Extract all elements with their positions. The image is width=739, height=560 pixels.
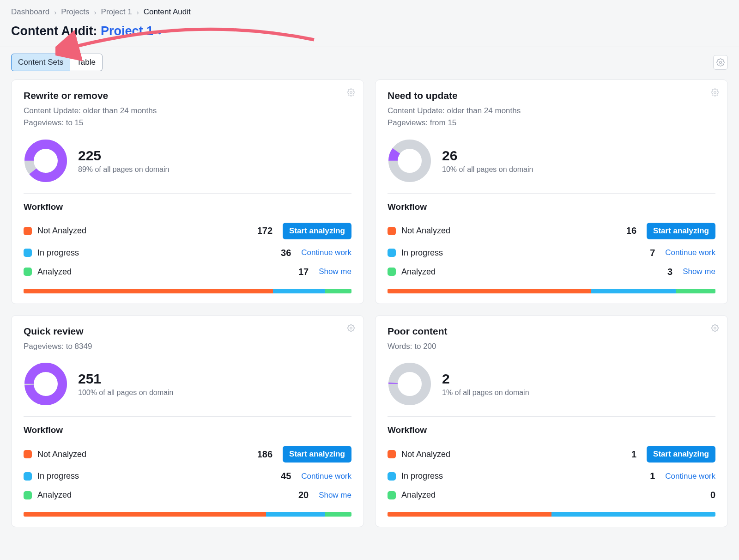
start-analyzing-button[interactable]: Start analyzing xyxy=(647,446,715,463)
svg-point-9 xyxy=(29,367,62,401)
card-subtitle-1: Content Update: older than 24 months xyxy=(24,105,351,117)
page-settings-button[interactable] xyxy=(713,55,728,70)
card-subtitle-1: Content Update: older than 24 months xyxy=(388,105,715,117)
workflow-label: In progress xyxy=(37,471,79,481)
gear-icon xyxy=(347,324,355,332)
workflow-label: Not Analyzed xyxy=(37,450,86,459)
donut-chart xyxy=(24,139,68,183)
card-subtitle-1: Pageviews: to 8349 xyxy=(24,341,351,353)
breadcrumb-dashboard[interactable]: Dashboard xyxy=(11,7,49,17)
workflow-row-analyzed: Analyzed 17 Show me xyxy=(24,262,351,281)
workflow-heading: Workflow xyxy=(388,202,715,212)
continue-work-link[interactable]: Continue work xyxy=(301,248,351,257)
card-percent-text: 89% of all pages on domain xyxy=(78,165,169,174)
bar-segment-not-analyzed xyxy=(24,512,266,517)
svg-point-3 xyxy=(29,144,62,177)
bar-segment-in-progress xyxy=(591,289,676,293)
card-subtitle-2: Pageviews: from 15 xyxy=(388,117,715,129)
card-count: 225 xyxy=(78,148,169,164)
workflow-count: 186 xyxy=(254,449,273,460)
workflow-label: Analyzed xyxy=(401,490,436,500)
chevron-right-icon: › xyxy=(54,8,56,16)
svg-point-5 xyxy=(393,144,426,177)
chevron-down-icon[interactable]: ⌄ xyxy=(156,26,163,37)
breadcrumb-projects[interactable]: Projects xyxy=(61,7,89,17)
card-settings-button[interactable] xyxy=(711,88,719,98)
continue-work-link[interactable]: Continue work xyxy=(665,472,715,481)
card-subtitle-1: Words: to 200 xyxy=(388,341,715,353)
bar-segment-not-analyzed xyxy=(388,512,551,517)
workflow-label: Not Analyzed xyxy=(37,226,86,236)
content-set-card-need-update: Need to update Content Update: older tha… xyxy=(375,79,728,304)
start-analyzing-button[interactable]: Start analyzing xyxy=(283,446,351,463)
content-set-card-poor-content: Poor content Words: to 200 2 1% of all p… xyxy=(375,315,728,527)
tab-content-sets[interactable]: Content Sets xyxy=(11,54,70,71)
svg-point-11 xyxy=(393,367,426,401)
svg-point-7 xyxy=(350,327,352,329)
card-settings-button[interactable] xyxy=(347,324,355,334)
workflow-label: Not Analyzed xyxy=(401,450,450,459)
view-tabs: Content Sets Table xyxy=(11,54,103,71)
bar-segment-analyzed xyxy=(676,289,715,293)
workflow-row-in-progress: In progress 7 Continue work xyxy=(388,243,715,262)
card-title: Rewrite or remove xyxy=(24,90,351,101)
divider xyxy=(24,416,351,417)
status-dot-not-analyzed xyxy=(388,450,396,458)
card-percent-text: 10% of all pages on domain xyxy=(442,165,533,174)
workflow-count: 45 xyxy=(273,471,291,481)
donut-chart xyxy=(24,362,68,406)
chevron-right-icon: › xyxy=(137,8,139,16)
workflow-count: 20 xyxy=(290,490,309,500)
workflow-label: Analyzed xyxy=(401,267,436,277)
continue-work-link[interactable]: Continue work xyxy=(665,248,715,257)
workflow-label: Analyzed xyxy=(37,267,72,277)
status-dot-analyzed xyxy=(388,491,396,499)
content-set-card-rewrite: Rewrite or remove Content Update: older … xyxy=(11,79,364,304)
workflow-progress-bar xyxy=(388,512,715,517)
workflow-label: Analyzed xyxy=(37,490,72,500)
breadcrumb-current: Content Audit xyxy=(144,7,191,17)
start-analyzing-button[interactable]: Start analyzing xyxy=(647,223,715,239)
card-settings-button[interactable] xyxy=(711,324,719,334)
status-dot-analyzed xyxy=(388,268,396,276)
workflow-count: 1 xyxy=(636,471,655,481)
workflow-row-analyzed: Analyzed 0 xyxy=(388,486,715,505)
bar-segment-analyzed xyxy=(325,512,351,517)
show-me-link[interactable]: Show me xyxy=(319,491,351,500)
card-percent-text: 100% of all pages on domain xyxy=(78,389,173,397)
page-title: Content Audit: Project 1 xyxy=(11,24,153,38)
breadcrumb-project1[interactable]: Project 1 xyxy=(101,7,132,17)
card-percent-text: 1% of all pages on domain xyxy=(442,389,529,397)
bar-segment-in-progress xyxy=(551,512,715,517)
workflow-row-not-analyzed: Not Analyzed 16 Start analyzing xyxy=(388,219,715,243)
workflow-count: 172 xyxy=(254,225,273,236)
card-settings-button[interactable] xyxy=(347,88,355,98)
bar-segment-not-analyzed xyxy=(24,289,273,293)
start-analyzing-button[interactable]: Start analyzing xyxy=(283,223,351,239)
workflow-count: 7 xyxy=(636,248,655,258)
card-title: Need to update xyxy=(388,90,715,101)
workflow-row-not-analyzed: Not Analyzed 1 Start analyzing xyxy=(388,442,715,467)
bar-segment-in-progress xyxy=(266,512,325,517)
status-dot-analyzed xyxy=(24,491,32,499)
workflow-progress-bar xyxy=(388,289,715,293)
workflow-label: Not Analyzed xyxy=(401,226,450,236)
project-switcher[interactable]: Project 1 xyxy=(101,24,153,38)
show-me-link[interactable]: Show me xyxy=(683,267,715,276)
card-count: 251 xyxy=(78,371,173,387)
workflow-count: 36 xyxy=(273,248,291,258)
donut-chart xyxy=(388,362,432,406)
show-me-link[interactable]: Show me xyxy=(319,267,351,276)
page-title-prefix: Content Audit: xyxy=(11,24,101,38)
gear-icon xyxy=(711,324,719,332)
divider xyxy=(388,416,715,417)
tab-table[interactable]: Table xyxy=(70,54,103,71)
continue-work-link[interactable]: Continue work xyxy=(301,472,351,481)
workflow-count: 16 xyxy=(618,225,636,236)
status-dot-not-analyzed xyxy=(24,450,32,458)
workflow-label: In progress xyxy=(401,248,443,258)
breadcrumb: Dashboard › Projects › Project 1 › Conte… xyxy=(11,5,728,21)
workflow-row-analyzed: Analyzed 20 Show me xyxy=(24,486,351,505)
bar-segment-not-analyzed xyxy=(388,289,591,293)
svg-point-1 xyxy=(350,91,352,94)
